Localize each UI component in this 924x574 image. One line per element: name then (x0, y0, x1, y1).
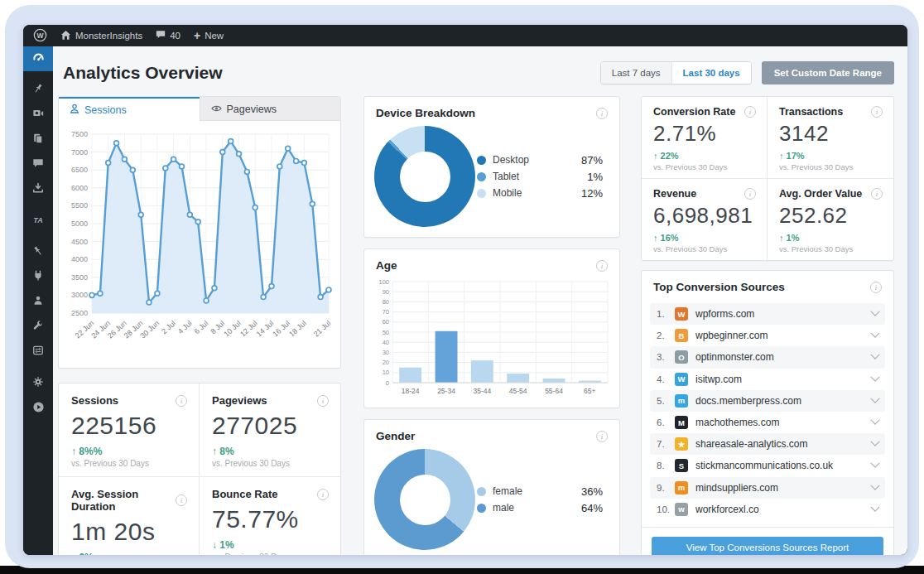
svg-text:6 Jul: 6 Jul (193, 319, 210, 335)
sources-list: 1. W wpforms.com 2. B wpbeginner.com 3. … (650, 303, 885, 520)
svg-text:7000: 7000 (71, 148, 88, 157)
chevron-down-icon[interactable] (870, 307, 879, 316)
sidebar-item-pages[interactable] (23, 128, 53, 152)
svg-text:80: 80 (383, 298, 389, 306)
media-icon (32, 108, 44, 123)
kpi-value: 225156 (71, 412, 187, 440)
sidebar-item-tools[interactable] (23, 315, 53, 340)
wordpress-logo-icon[interactable]: W (33, 28, 47, 44)
comments-count: 40 (170, 31, 180, 41)
new-label: New (205, 31, 224, 41)
source-domain: optinmonster.com (695, 351, 774, 363)
source-row[interactable]: 4. W isitwp.com (650, 369, 885, 390)
info-icon[interactable]: i (596, 431, 608, 442)
plus-icon: + (194, 31, 200, 40)
info-icon[interactable]: i (871, 188, 883, 200)
tab-sessions[interactable]: Sessions (59, 97, 200, 121)
legend-label: female (493, 485, 522, 497)
sidebar-item-comments[interactable] (23, 152, 53, 177)
svg-text:6500: 6500 (71, 166, 88, 174)
kpi-compare: vs. Previous 30 Days (653, 244, 756, 253)
chevron-down-icon[interactable] (870, 329, 879, 338)
chevron-down-icon[interactable] (870, 480, 879, 490)
chevron-down-icon[interactable] (870, 502, 879, 511)
source-row[interactable]: 8. S stickmancommunications.co.uk (650, 455, 885, 476)
source-row[interactable]: 1. W wpforms.com (650, 303, 885, 325)
svg-text:60: 60 (383, 318, 389, 326)
chevron-down-icon[interactable] (870, 459, 879, 468)
last-30-days-button[interactable]: Last 30 days (671, 62, 751, 84)
chevron-down-icon[interactable] (870, 416, 879, 425)
info-icon[interactable]: i (871, 106, 883, 118)
sidebar-item-downloads[interactable] (23, 177, 53, 202)
svg-text:40: 40 (383, 339, 389, 346)
source-domain: stickmancommunications.co.uk (695, 460, 833, 471)
info-icon[interactable]: i (317, 395, 329, 407)
admin-sidebar: TA (23, 46, 53, 555)
up-arrow-icon: ↑ (779, 151, 784, 161)
source-row[interactable]: 9. m mindsuppliers.com (650, 477, 885, 499)
info-icon[interactable]: i (317, 489, 329, 500)
sidebar-item-media[interactable] (23, 103, 53, 128)
kpi-label: Bounce Rate (212, 488, 277, 500)
age-card: Age i 010203040506070809010018-2425-3435… (363, 248, 620, 408)
view-top-conversions-report-button[interactable]: View Top Conversions Sources Report (652, 537, 883, 555)
sidebar-item-video[interactable] (23, 396, 53, 421)
legend-label: Mobile (493, 187, 522, 199)
last-7-days-button[interactable]: Last 7 days (601, 62, 671, 84)
info-icon[interactable]: i (176, 395, 187, 407)
svg-text:6000: 6000 (71, 184, 88, 192)
optinmonster-favicon: O (675, 350, 688, 364)
legend-value: 12% (581, 187, 603, 200)
sessions-line-chart: 2500300035004000450050005500600065007000… (59, 121, 340, 368)
source-row[interactable]: 2. B wpbeginner.com (650, 325, 885, 346)
info-icon[interactable]: i (744, 106, 756, 118)
source-row[interactable]: 3. O optinmonster.com (650, 346, 885, 368)
site-menu[interactable]: MonsterInsights (60, 30, 142, 42)
video-icon (32, 401, 45, 417)
legend-item: Mobile 12% (477, 187, 603, 200)
sessions-chart-card: Sessions Pageviews 250030003500400045005… (58, 96, 341, 369)
wpbeginner-favicon: B (675, 329, 688, 342)
info-icon[interactable]: i (744, 188, 756, 200)
sidebar-item-users[interactable] (23, 290, 53, 315)
info-icon[interactable]: i (176, 494, 187, 506)
pages-icon (32, 133, 44, 147)
gender-legend: female 36% male 64% (477, 481, 603, 519)
set-custom-date-range-button[interactable]: Set Custom Date Range (762, 61, 894, 84)
svg-text:14 Jul: 14 Jul (255, 319, 276, 339)
chevron-down-icon[interactable] (870, 350, 879, 359)
users-icon (32, 295, 44, 310)
sidebar-item-addons[interactable] (23, 371, 53, 396)
source-row[interactable]: 6. M machothemes.com (650, 412, 885, 433)
card-title: Device Breakdown (376, 107, 475, 119)
content-header: Analytics Overview Last 7 days Last 30 d… (53, 46, 907, 96)
kpi-card-sessions: Sessionsi 225156 ↑ 8%% vs. Previous 30 D… (59, 383, 200, 477)
kpi-compare: vs. Previous 30 Days (71, 459, 187, 468)
info-icon[interactable]: i (870, 282, 882, 293)
new-menu[interactable]: + New (194, 31, 224, 41)
sidebar-item-posts[interactable] (23, 78, 53, 103)
left-column: Sessions Pageviews 250030003500400045005… (58, 96, 341, 555)
kpi-delta: ↑ 1% (779, 233, 883, 243)
sidebar-item-marketing[interactable] (23, 240, 53, 265)
source-row[interactable]: 10. w workforcexl.co (650, 499, 885, 520)
info-icon[interactable]: i (596, 260, 608, 272)
kpi-value: 6,698,981 (653, 203, 756, 229)
source-row[interactable]: 7. ★ shareasale-analytics.com (650, 433, 885, 455)
source-row[interactable]: 5. m docs.memberpress.com (650, 390, 885, 412)
kpi-label: Conversion Rate (653, 106, 735, 118)
sidebar-item-ta[interactable]: TA (23, 209, 53, 234)
kpi-label: Avg. Session Duration (71, 488, 176, 513)
sidebar-item-plugins[interactable] (23, 265, 53, 290)
comments-menu[interactable]: 40 (156, 30, 180, 41)
chevron-down-icon[interactable] (870, 437, 879, 446)
source-rank: 9. (657, 483, 675, 493)
info-icon[interactable]: i (596, 108, 608, 119)
sidebar-item-settings[interactable] (23, 340, 53, 364)
chevron-down-icon[interactable] (870, 393, 879, 403)
chevron-down-icon[interactable] (870, 372, 879, 381)
sidebar-item-monsterinsights[interactable] (23, 46, 53, 71)
tab-pageviews[interactable]: Pageviews (200, 97, 341, 121)
monsterinsights-icon (32, 51, 45, 67)
